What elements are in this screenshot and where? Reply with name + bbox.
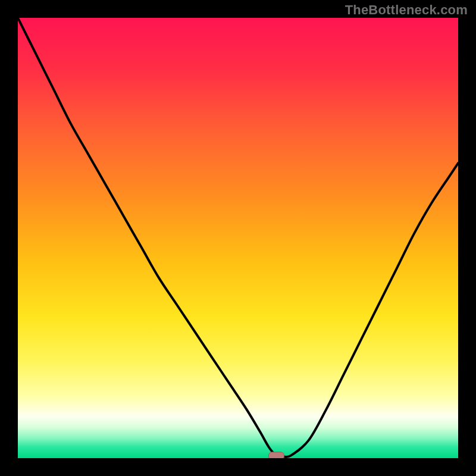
watermark-text: TheBottleneck.com bbox=[345, 2, 468, 18]
chart-stage: TheBottleneck.com bbox=[0, 0, 476, 476]
gradient-background bbox=[18, 18, 458, 458]
plot-area bbox=[18, 18, 458, 460]
bottleneck-plot-svg bbox=[0, 0, 476, 476]
